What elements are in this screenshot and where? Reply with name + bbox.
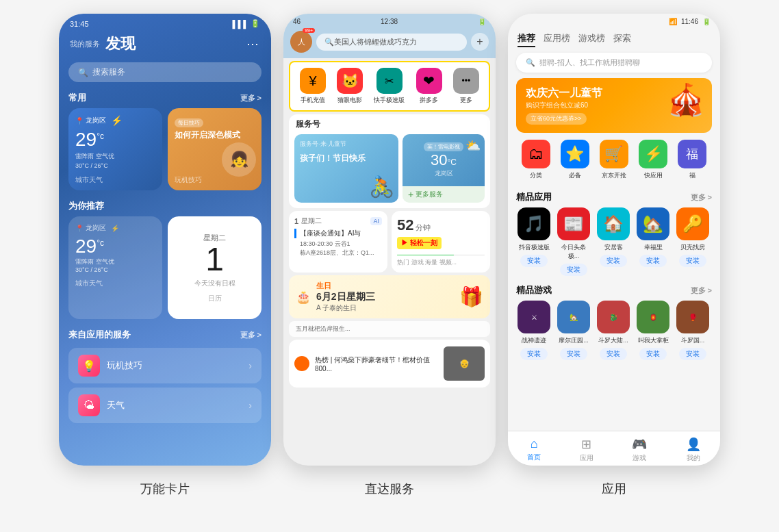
p2-quick-icon-0: ¥: [300, 68, 326, 94]
p3-nav-home[interactable]: ⌂ 首页: [527, 437, 541, 463]
p2-cal-card[interactable]: 1 星期二 AI 【座谈会通知】AI与 18:30-20:30 云谷1 栋A座2…: [289, 211, 387, 273]
p2-cal-event-addr: 栋A座2618层、北京：Q1...: [294, 249, 382, 257]
p1-tips-card[interactable]: 每日技巧 如何开启深色模式 👧 玩机技巧: [168, 108, 261, 190]
p3-game-install-4[interactable]: 安装: [679, 348, 706, 360]
p3-feat-icon-1[interactable]: 📰: [557, 207, 590, 240]
p3-tab-explore[interactable]: 探索: [613, 32, 631, 47]
p3-game-install-3[interactable]: 安装: [639, 348, 667, 360]
p3-cat-2[interactable]: 🛒 京东开抢: [600, 140, 628, 180]
p3-tab-apprank[interactable]: 应用榜: [544, 32, 570, 47]
p3-feat-install-0[interactable]: 安装: [520, 255, 548, 267]
p1-signal-icon: ▌▌▌: [233, 20, 248, 28]
p3-nav-apps[interactable]: ⊞ 应用: [580, 437, 593, 463]
p2-quick-apps-bar: ¥ 手机充值 🐱 猫眼电影 ✂ 快手极速版 ❤ 拼多多 ••• 更多: [289, 61, 490, 112]
p1-common-label: 常用: [68, 92, 86, 104]
p3-game-install-2[interactable]: 安装: [600, 348, 627, 360]
p1-recommend-label: 为你推荐: [68, 200, 104, 212]
p2-news-source-icon: [294, 356, 309, 371]
phone1-frame: 31:45 ▌▌▌ 🔋 我的服务 发现 ⋯ 🔍 搜索服务 常用 更多 >: [59, 14, 271, 466]
p3-cat-1[interactable]: ⭐ 必备: [561, 140, 589, 180]
p2-search-text: 美国人将锦鲤做成巧克力: [334, 37, 417, 47]
p3-feat-app-0: 🎵 抖音极速版 安装: [516, 207, 552, 276]
p1-apps-more[interactable]: 更多 >: [240, 330, 261, 340]
p2-slc-decoration: 🚴: [369, 175, 394, 199]
p1-wifi-icon: 🔋: [251, 19, 260, 28]
p3-tab-recommend[interactable]: 推荐: [518, 32, 535, 47]
p2-timer-display: 52 分钟: [397, 216, 485, 234]
p3-cat-0[interactable]: 🗂 分类: [522, 140, 550, 180]
p1-app-arrow2-icon: ›: [248, 400, 252, 411]
p2-quick-app-0[interactable]: ¥ 手机充值: [300, 68, 326, 105]
p1-weather-card[interactable]: 📍 龙岗区 ⚡ 29°c 雷阵雨 空气优 30°C / 26°C 城市天气: [68, 108, 162, 190]
p3-banner-btn[interactable]: 立省60元优惠券>>: [526, 113, 587, 125]
p2-cal-event-time: 18:30-20:30 云谷1: [294, 240, 382, 249]
p3-search-bar[interactable]: 🔍 猎聘-招人、找工作就用猎聘聊: [516, 53, 712, 73]
p2-news-card[interactable]: 热榜 | 何鸿燊下葬豪奢细节！棺材价值800... 👴: [289, 340, 490, 388]
p3-game-icon-4[interactable]: 🥊: [676, 301, 709, 333]
p3-feat-icon-4[interactable]: 🔑: [676, 207, 709, 240]
p2-quick-app-3[interactable]: ❤ 拼多多: [416, 68, 442, 105]
p3-feat-install-1[interactable]: 安装: [560, 264, 587, 276]
p2-cal-weekday: 星期二: [301, 216, 322, 226]
p3-feat-icon-3[interactable]: 🏡: [637, 207, 669, 240]
p2-quick-app-1[interactable]: 🐱 猫眼电影: [337, 68, 363, 105]
p3-tab-gamerank[interactable]: 游戏榜: [578, 32, 605, 47]
p1-weather-card2[interactable]: 📍 龙岗区 ⚡ 29°c 雷阵雨 空气优 30°C / 26°C 城市天气: [68, 216, 162, 319]
p2-slc-top: 服务号·来·儿童节: [300, 140, 393, 149]
p2-quick-app-2[interactable]: ✂ 快手极速版: [374, 68, 405, 105]
p2-quick-label-1: 猫眼电影: [337, 96, 362, 105]
p3-feat-label-1: 今日头条极...: [556, 243, 591, 261]
p1-app-service-item2[interactable]: 🌤 天气 ›: [68, 388, 261, 423]
p2-calendar-row: 1 星期二 AI 【座谈会通知】AI与 18:30-20:30 云谷1 栋A座2…: [283, 211, 496, 275]
p2-relax-badge: ▶ 轻松一刻: [397, 237, 442, 249]
p3-game-icon-1[interactable]: 🏡: [557, 301, 590, 333]
p1-tips-img: 👧: [222, 142, 256, 177]
p3-feat-install-4[interactable]: 安装: [679, 255, 706, 267]
p2-birthday-card[interactable]: 🎂 生日 6月2日星期三 A 子泰的生日 🎁: [289, 275, 490, 318]
p2-src-bottom[interactable]: + 更多服务: [403, 186, 485, 203]
p3-games-more[interactable]: 更多 >: [691, 286, 712, 296]
p2-timer-unit: 分钟: [416, 223, 431, 233]
p2-service-left-card[interactable]: 服务号·来·儿童节 孩子们！节日快乐 🚴: [294, 134, 398, 203]
p3-nav-apps-icon: ⊞: [581, 437, 591, 452]
p2-avatar[interactable]: 人 99+: [290, 31, 312, 53]
p2-src-badge: 英！雷电影视: [424, 142, 463, 151]
p2-search-bar[interactable]: 🔍 美国人将锦鲤做成巧克力: [316, 34, 467, 51]
p1-calendar-card[interactable]: 星期二 1 今天没有日程 日历: [168, 216, 261, 319]
p3-nav-mine[interactable]: 👤 我的: [686, 437, 701, 463]
p1-app-icon: 💡: [78, 355, 100, 377]
p3-nav: ⌂ 首页 ⊞ 应用 🎮 游戏 👤 我的: [508, 431, 720, 466]
p2-quick-label-4: 更多: [460, 96, 472, 105]
p2-timer-card[interactable]: 52 分钟 ▶ 轻松一刻 热门 游戏 海量 视频...: [392, 211, 490, 273]
p2-birthday-date: 6月2日星期三: [316, 291, 454, 303]
p1-search-bar[interactable]: 🔍 搜索服务: [68, 62, 261, 82]
p2-quick-icon-2: ✂: [376, 68, 403, 94]
p3-feat-label-3: 幸福里: [644, 243, 663, 252]
p2-service-right-card[interactable]: 英！雷电影视 30°C 龙岗区 ⛅ + 更多服务: [403, 134, 485, 203]
p3-feat-install-3[interactable]: 安装: [639, 255, 667, 267]
p1-app-name: 玩机技巧: [107, 359, 248, 372]
p3-battery-icon: 🔋: [702, 18, 711, 25]
p3-feat-app-3: 🏡 幸福里 安装: [635, 207, 671, 276]
p3-cat-3[interactable]: ⚡ 快应用: [639, 140, 667, 180]
p3-banner[interactable]: 欢庆六一儿童节 购识字组合包立减60 立省60元优惠券>> 🎪: [516, 78, 712, 133]
p3-cat-4[interactable]: 福 福: [678, 140, 706, 180]
p1-dots-icon[interactable]: ⋯: [246, 36, 260, 51]
p3-game-icon-0[interactable]: ⚔: [518, 301, 550, 333]
p3-featured-more[interactable]: 更多 >: [691, 192, 712, 203]
p3-game-4: 🥊 斗罗国... 安装: [675, 301, 711, 360]
p3-feat-icon-0[interactable]: 🎵: [518, 207, 550, 240]
p3-feat-icon-2[interactable]: 🏠: [597, 207, 630, 240]
p2-quick-app-4[interactable]: ••• 更多: [453, 68, 479, 105]
p3-game-icon-2[interactable]: 🐉: [597, 301, 630, 333]
p2-quick-icon-3: ❤: [416, 68, 442, 94]
p3-nav-games[interactable]: 🎮 游戏: [632, 437, 647, 463]
p1-common-more[interactable]: 更多 >: [240, 93, 261, 103]
p1-app-service-item[interactable]: 💡 玩机技巧 ›: [68, 348, 261, 383]
p2-add-button[interactable]: +: [471, 33, 489, 51]
p3-game-install-0[interactable]: 安装: [520, 348, 548, 360]
p3-feat-install-2[interactable]: 安装: [600, 255, 627, 267]
p3-game-icon-3[interactable]: 🏮: [637, 301, 669, 333]
p3-game-install-1[interactable]: 安装: [560, 348, 587, 360]
p2-birthday-title: 生日: [316, 281, 454, 291]
